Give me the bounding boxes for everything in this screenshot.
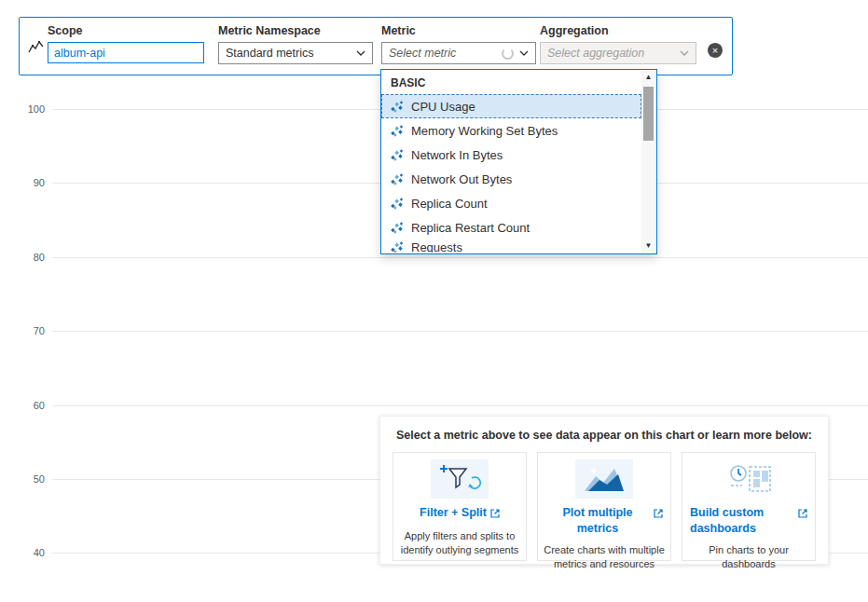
y-tick: 70 <box>13 325 45 336</box>
metric-label: Metric <box>381 24 536 37</box>
metric-option-label: CPU Usage <box>411 100 475 114</box>
metric-option-requests[interactable]: Requests <box>381 239 641 253</box>
y-tick: 50 <box>13 473 45 485</box>
gridline <box>52 257 868 258</box>
aggregation-field: Aggregation Select aggregation <box>540 24 696 64</box>
metric-select[interactable]: Select metric <box>381 42 536 64</box>
external-link-icon <box>654 507 663 523</box>
scope-label: Scope <box>48 24 204 37</box>
metric-option-label: Requests <box>411 240 462 253</box>
scrollbar-thumb[interactable] <box>643 87 654 141</box>
gridline <box>52 331 868 332</box>
metric-icon <box>390 148 404 162</box>
plot-multiple-metrics-card: Plot multiple metrics Create charts with… <box>537 452 671 561</box>
dropdown-group-header: BASIC <box>381 70 656 94</box>
metric-dropdown: BASIC CPU Usage Memory Working Set Bytes… <box>380 69 657 254</box>
y-tick: 80 <box>13 252 45 263</box>
metric-field: Metric Select metric <box>381 24 536 64</box>
build-dashboards-link[interactable]: Build custom dashboards <box>682 505 815 537</box>
metric-option-label: Memory Working Set Bytes <box>411 124 558 138</box>
scope-input[interactable] <box>48 42 204 63</box>
loading-spinner <box>502 48 514 60</box>
plot-multiple-metrics-link[interactable]: Plot multiple metrics <box>538 505 670 537</box>
plot-multiple-metrics-link-text: Plot multiple metrics <box>545 505 650 537</box>
plot-multiple-metrics-description: Create charts with multiple metrics and … <box>538 543 670 572</box>
chevron-down-icon <box>356 50 365 56</box>
dropdown-scrollbar[interactable]: ▲ ▼ <box>641 71 655 253</box>
chevron-down-icon <box>519 50 529 56</box>
namespace-label: Metric Namespace <box>218 24 373 37</box>
external-link-icon <box>490 507 500 523</box>
metric-option-replica-restart-count[interactable]: Replica Restart Count <box>381 215 641 239</box>
y-tick: 60 <box>13 400 45 411</box>
metric-icon <box>390 100 404 114</box>
metrics-explorer: 100 90 80 70 60 50 40 Scope Metric Names… <box>0 0 868 602</box>
namespace-select[interactable]: Standard metrics <box>218 42 373 64</box>
area-chart-icon <box>573 459 635 499</box>
y-tick: 40 <box>13 547 45 558</box>
metric-placeholder: Select metric <box>389 47 498 60</box>
namespace-field: Metric Namespace Standard metrics <box>218 24 373 64</box>
metric-icon <box>390 124 404 138</box>
external-link-icon <box>798 507 807 523</box>
chevron-down-icon <box>680 50 689 56</box>
build-dashboards-link-text: Build custom dashboards <box>690 505 787 537</box>
aggregation-select: Select aggregation <box>540 42 696 64</box>
metric-option-replica-count[interactable]: Replica Count <box>381 191 641 215</box>
dashboard-icon <box>718 459 779 499</box>
metric-icon <box>390 221 404 235</box>
metric-option-network-in-bytes[interactable]: Network In Bytes <box>381 143 641 167</box>
metric-option-label: Network Out Bytes <box>411 172 512 186</box>
filter-split-description: Apply filters and splits to identify out… <box>393 529 526 558</box>
filter-split-icon <box>429 459 490 499</box>
metric-option-cpu-usage[interactable]: CPU Usage <box>381 94 641 118</box>
scope-field: Scope <box>48 24 204 63</box>
gridline <box>52 405 868 406</box>
metric-option-memory-working-set-bytes[interactable]: Memory Working Set Bytes <box>381 118 641 143</box>
aggregation-placeholder: Select aggregation <box>547 47 674 60</box>
scroll-down-icon[interactable]: ▼ <box>641 239 655 253</box>
aggregation-label: Aggregation <box>540 24 696 37</box>
filter-split-link-text: Filter + Split <box>420 505 487 521</box>
filter-split-card: Filter + Split Apply filters and splits … <box>393 452 527 561</box>
metric-icon <box>390 197 404 211</box>
y-tick: 100 <box>13 103 45 115</box>
helper-cards: Filter + Split Apply filters and splits … <box>380 442 828 561</box>
empty-state-title: Select a metric above to see data appear… <box>380 417 828 442</box>
namespace-value: Standard metrics <box>226 47 351 60</box>
build-dashboards-description: Pin charts to your dashboards <box>682 543 815 572</box>
empty-state-panel: Select a metric above to see data appear… <box>379 416 829 565</box>
filter-split-link[interactable]: Filter + Split <box>412 505 507 523</box>
metric-option-network-out-bytes[interactable]: Network Out Bytes <box>381 167 641 191</box>
metric-option-label: Network In Bytes <box>411 148 503 162</box>
remove-metric-button[interactable]: × <box>708 43 723 58</box>
metric-option-label: Replica Restart Count <box>411 221 530 235</box>
y-tick: 90 <box>13 177 45 188</box>
build-dashboards-card: Build custom dashboards Pin charts to yo… <box>682 452 816 561</box>
metrics-line-icon <box>28 40 44 58</box>
scroll-up-icon[interactable]: ▲ <box>641 71 655 84</box>
metric-picker-toolbar: Scope Metric Namespace Standard metrics … <box>19 17 733 75</box>
dropdown-items: CPU Usage Memory Working Set Bytes Netwo… <box>381 94 641 253</box>
metric-option-label: Replica Count <box>411 197 488 211</box>
metric-icon <box>390 240 404 253</box>
metric-icon <box>390 172 404 186</box>
